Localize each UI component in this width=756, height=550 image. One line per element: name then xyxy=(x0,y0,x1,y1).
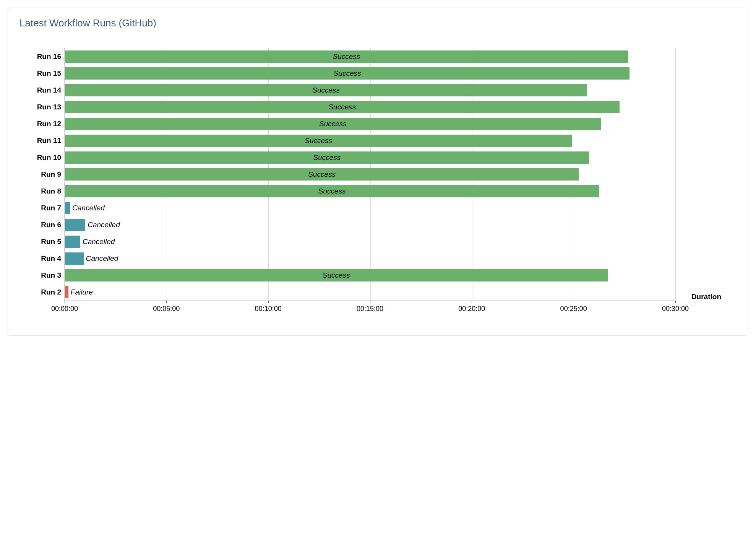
bar-status-label: Cancelled xyxy=(83,238,115,246)
bar-status-label: Cancelled xyxy=(72,204,105,212)
bar-status-label: Success xyxy=(308,170,336,179)
x-tick-label: 00:05:00 xyxy=(153,305,180,313)
y-tick-label: Run 7 xyxy=(20,204,61,212)
bar: Cancelled xyxy=(65,219,85,231)
bar-status-label: Success xyxy=(312,86,340,94)
x-axis-title: Duration xyxy=(691,293,721,301)
chart-plot: Run 16SuccessRun 15SuccessRun 14SuccessR… xyxy=(65,48,675,301)
bar: Success xyxy=(65,84,587,96)
x-tick-label: 00:00:00 xyxy=(51,305,78,313)
y-tick-label: Run 12 xyxy=(20,120,61,128)
bar-status-label: Failure xyxy=(71,288,93,296)
bar-status-label: Success xyxy=(333,52,360,61)
x-tick-label: 00:25:00 xyxy=(560,305,587,313)
bar-row: Run 8Success xyxy=(65,183,675,200)
x-tick-label: 00:15:00 xyxy=(357,305,383,313)
bar-row: Run 13Success xyxy=(65,99,675,116)
bar: Cancelled xyxy=(65,202,70,214)
bar-row: Run 5Cancelled xyxy=(65,233,675,250)
bar-row: Run 15Success xyxy=(65,65,675,82)
bar-row: Run 2Failure xyxy=(65,284,675,301)
y-tick-label: Run 5 xyxy=(20,238,61,246)
bar: Success xyxy=(65,168,579,181)
x-tick-label: 00:20:00 xyxy=(458,305,485,313)
bar-status-label: Success xyxy=(319,120,347,128)
bar-status-label: Success xyxy=(313,153,341,162)
y-tick-label: Run 9 xyxy=(20,170,61,179)
bar: Success xyxy=(65,151,589,164)
bar: Success xyxy=(65,67,629,80)
x-axis: Duration 00:00:0000:05:0000:10:0000:15:0… xyxy=(65,301,675,320)
bar: Failure xyxy=(65,286,68,298)
bar: Success xyxy=(65,50,628,63)
y-tick-label: Run 8 xyxy=(20,187,61,195)
bar-status-label: Cancelled xyxy=(86,254,118,263)
bar-status-label: Success xyxy=(323,271,350,280)
y-tick-label: Run 14 xyxy=(20,86,61,94)
bar-row: Run 3Success xyxy=(65,267,675,284)
y-tick-label: Run 4 xyxy=(20,254,61,263)
workflow-runs-panel: Latest Workflow Runs (GitHub) Run 16Succ… xyxy=(8,8,748,336)
y-tick-label: Run 6 xyxy=(20,221,61,229)
bar-status-label: Success xyxy=(328,103,356,111)
bar-row: Run 10Success xyxy=(65,149,675,166)
gridline xyxy=(675,48,676,301)
y-tick-label: Run 2 xyxy=(20,288,61,296)
bar-row: Run 6Cancelled xyxy=(65,216,675,233)
bar-status-label: Success xyxy=(305,137,332,145)
bar: Success xyxy=(65,118,601,130)
x-tick-label: 00:30:00 xyxy=(662,305,689,313)
panel-title: Latest Workflow Runs (GitHub) xyxy=(19,17,737,29)
y-tick-label: Run 11 xyxy=(20,137,61,145)
chart-area: Run 16SuccessRun 15SuccessRun 14SuccessR… xyxy=(19,48,737,320)
bar-status-label: Success xyxy=(318,187,346,195)
bar-row: Run 11Success xyxy=(65,132,675,149)
bar: Success xyxy=(65,101,620,113)
bar: Cancelled xyxy=(65,252,84,265)
bar-row: Run 14Success xyxy=(65,82,675,99)
bar: Cancelled xyxy=(65,236,80,248)
bar-status-label: Success xyxy=(334,69,361,78)
y-tick-label: Run 15 xyxy=(20,69,61,78)
bar-row: Run 4Cancelled xyxy=(65,250,675,267)
x-tick-label: 00:10:00 xyxy=(255,305,282,313)
bar-row: Run 16Success xyxy=(65,48,675,65)
bar: Success xyxy=(65,185,599,197)
bar: Success xyxy=(65,269,608,282)
bar-row: Run 9Success xyxy=(65,166,675,183)
bar-status-label: Cancelled xyxy=(88,221,120,229)
y-tick-label: Run 3 xyxy=(20,271,61,280)
y-tick-label: Run 16 xyxy=(20,52,61,61)
bar-row: Run 12Success xyxy=(65,116,675,132)
y-tick-label: Run 10 xyxy=(20,153,61,162)
bar-row: Run 7Cancelled xyxy=(65,200,675,216)
y-tick-label: Run 13 xyxy=(20,103,61,111)
bar: Success xyxy=(65,135,572,147)
